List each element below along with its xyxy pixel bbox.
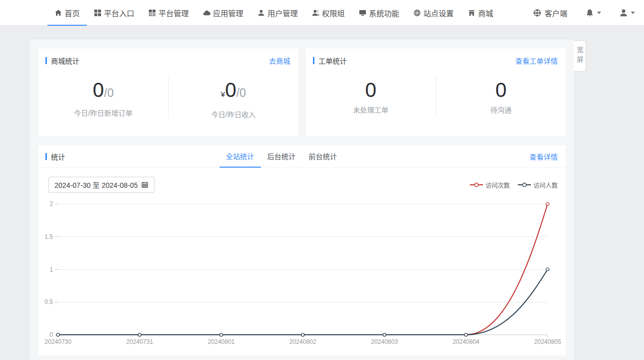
- nav-item-app-manage[interactable]: 应用管理: [196, 0, 250, 25]
- svg-text:2: 2: [49, 200, 53, 208]
- title-accent-bar: [45, 153, 47, 160]
- view-details-link[interactable]: 查看详情: [529, 151, 558, 162]
- nav-item-system-functions[interactable]: 系统功能: [352, 0, 406, 25]
- svg-text:20240731: 20240731: [126, 338, 153, 345]
- tab-backend-stats[interactable]: 后台统计: [261, 145, 302, 168]
- svg-text:0: 0: [49, 331, 53, 338]
- nav-item-permission-group[interactable]: 权限组: [305, 0, 352, 25]
- notifications-dropdown[interactable]: [585, 9, 601, 17]
- stat-pending-communication: 0 待沟通: [436, 77, 566, 115]
- nav-label: 权限组: [322, 8, 345, 18]
- monitor-icon: [359, 9, 366, 17]
- tab-sitewide-stats[interactable]: 全站统计: [220, 145, 261, 168]
- stat-income: ¥0/0 今日/昨日收入: [168, 77, 298, 119]
- calendar-icon: [141, 181, 148, 188]
- stat-value: 0: [436, 79, 566, 101]
- workorder-statistics-card: 工单统计 查看工单详情 0 未处理工单 0 待沟通: [306, 48, 566, 136]
- tab-frontend-stats[interactable]: 前台统计: [302, 145, 344, 168]
- go-to-mall-link[interactable]: 去商城: [269, 56, 290, 66]
- mall-statistics-card: 商城统计 去商城 0/0 今日/昨日新增订单 ¥0/0 今日/昨日收入: [38, 48, 298, 136]
- nav-label: 站点设置: [423, 8, 454, 18]
- nav-label: 系统功能: [369, 8, 399, 18]
- cloud-icon: [203, 9, 210, 17]
- nav-label: 商城: [478, 8, 493, 18]
- svg-text:20240805: 20240805: [534, 338, 561, 345]
- account-dropdown[interactable]: [619, 9, 635, 17]
- svg-text:20240804: 20240804: [453, 338, 480, 345]
- main-nav: 首页 平台入口 平台管理 应用管理 用户管理 权限组 系统功能 站点设置: [47, 0, 500, 25]
- stat-value: ¥0/0: [169, 79, 298, 106]
- card-title: 统计: [45, 151, 65, 162]
- client-label: 客户端: [545, 8, 567, 18]
- store-icon: [468, 9, 475, 17]
- nav-item-user-manage[interactable]: 用户管理: [250, 0, 305, 25]
- card-title: 工单统计: [313, 56, 347, 66]
- visits-line-chart: 00.511.522024073020240731202408012024080…: [38, 196, 566, 353]
- legend-item-visits[interactable]: 访问次数: [470, 181, 510, 189]
- top-navigation-bar: 首页 平台入口 平台管理 应用管理 用户管理 权限组 系统功能 站点设置: [0, 0, 644, 26]
- stat-unhandled-workorders: 0 未处理工单: [306, 77, 436, 115]
- stat-label: 未处理工单: [306, 105, 436, 115]
- statistics-card: 统计 全站统计 后台统计 前台统计 查看详情 2024-07-30 至 2024…: [38, 145, 566, 355]
- nav-label: 应用管理: [213, 8, 243, 18]
- stat-new-orders: 0/0 今日/昨日新增订单: [38, 77, 168, 119]
- svg-text:20240801: 20240801: [208, 338, 235, 345]
- legend-marker: [470, 182, 483, 187]
- widescreen-toggle-button[interactable]: 宽屏: [574, 40, 586, 72]
- svg-text:20240803: 20240803: [371, 338, 398, 345]
- card-title: 商城统计: [45, 56, 79, 66]
- svg-text:20240802: 20240802: [289, 338, 316, 345]
- grid-icon: [94, 9, 101, 17]
- client-link[interactable]: 客户端: [533, 8, 567, 18]
- legend-marker: [518, 182, 531, 187]
- globe-icon: [413, 9, 421, 17]
- stat-value: 0/0: [38, 79, 168, 104]
- home-icon: [55, 9, 62, 17]
- legend-item-visitors[interactable]: 访问人数: [518, 181, 558, 189]
- client-app-icon: [533, 9, 542, 17]
- stats-tabs: 全站统计 后台统计 前台统计: [220, 145, 344, 168]
- nav-item-platform-entry[interactable]: 平台入口: [87, 0, 141, 25]
- nav-item-platform-manage[interactable]: 平台管理: [141, 0, 196, 25]
- user-icon: [257, 9, 265, 17]
- bell-icon: [585, 9, 594, 17]
- svg-text:0.5: 0.5: [44, 298, 53, 305]
- nav-item-home[interactable]: 首页: [47, 0, 87, 25]
- grid-small-icon: [148, 9, 156, 17]
- view-workorder-details-link[interactable]: 查看工单详情: [515, 56, 558, 66]
- user-group-icon: [312, 9, 319, 17]
- nav-item-site-settings[interactable]: 站点设置: [406, 0, 461, 25]
- nav-item-mall[interactable]: 商城: [461, 0, 500, 25]
- title-accent-bar: [45, 57, 47, 64]
- nav-label: 用户管理: [267, 8, 298, 18]
- chart-legend: 访问次数 访问人数: [470, 181, 558, 189]
- title-accent-bar: [313, 57, 314, 64]
- stat-label: 待沟通: [436, 105, 566, 115]
- nav-label: 平台入口: [104, 8, 134, 18]
- chevron-down-icon: [631, 12, 635, 14]
- svg-text:1.5: 1.5: [44, 233, 53, 240]
- nav-label: 首页: [65, 8, 80, 18]
- person-icon: [619, 9, 628, 17]
- svg-text:20240730: 20240730: [44, 338, 72, 345]
- topbar-right-cluster: 客户端: [533, 0, 644, 25]
- stat-label: 今日/昨日新增订单: [38, 108, 168, 118]
- nav-label: 平台管理: [158, 8, 189, 18]
- chevron-down-icon: [597, 12, 601, 14]
- stat-value: 0: [306, 79, 436, 101]
- stat-label: 今日/昨日收入: [169, 109, 298, 119]
- visits-chart-container: 00.511.522024073020240731202408012024080…: [38, 196, 566, 353]
- date-range-picker[interactable]: 2024-07-30 至 2024-08-05: [48, 177, 154, 193]
- date-range-value: 2024-07-30 至 2024-08-05: [55, 180, 138, 190]
- svg-text:1: 1: [49, 266, 53, 273]
